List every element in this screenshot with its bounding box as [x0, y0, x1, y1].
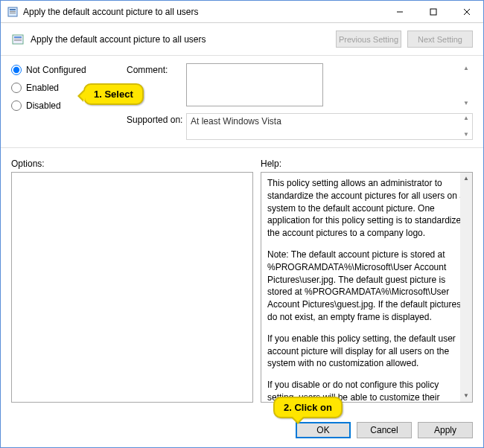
- nav-buttons: Previous Setting Next Setting: [336, 31, 473, 48]
- scroll-down-icon: ▼: [461, 100, 471, 107]
- ok-button[interactable]: OK: [296, 422, 351, 438]
- comment-row: Comment: ▲ ▼: [127, 63, 473, 109]
- close-icon: [463, 8, 471, 16]
- window-title: Apply the default account picture to all…: [23, 7, 383, 17]
- help-panel: This policy setting allows an administra…: [261, 172, 473, 403]
- supported-value: At least Windows Vista: [186, 113, 473, 140]
- svg-rect-3: [10, 13, 16, 13]
- scroll-up-icon[interactable]: ▲: [460, 173, 472, 185]
- next-setting-button[interactable]: Next Setting: [407, 31, 473, 48]
- scroll-down-icon[interactable]: ▼: [460, 390, 472, 402]
- divider: [1, 55, 483, 56]
- policy-dialog-window: Apply the default account picture to all…: [0, 0, 484, 448]
- dialog-footer: OK Cancel Apply: [1, 415, 483, 447]
- right-fields: Comment: ▲ ▼ Supported on: At least Wind…: [127, 63, 473, 144]
- panel-labels: Options: Help:: [1, 151, 483, 172]
- svg-rect-5: [430, 9, 436, 15]
- callout-select: 1. Select: [83, 83, 144, 105]
- options-panel: [11, 172, 253, 403]
- radio-not-configured[interactable]: Not Configured: [11, 65, 127, 75]
- svg-rect-1: [10, 9, 16, 10]
- radio-not-configured-input[interactable]: [11, 65, 22, 75]
- header-row: Apply the default account picture to all…: [1, 23, 483, 52]
- svg-rect-10: [14, 39, 22, 39]
- policy-icon: [11, 33, 25, 46]
- comment-input[interactable]: [186, 63, 323, 106]
- help-paragraph: Note: The default account picture is sto…: [267, 249, 466, 324]
- svg-rect-2: [10, 11, 16, 12]
- maximize-button[interactable]: [416, 1, 450, 22]
- help-label: Help:: [261, 159, 473, 169]
- scroll-up-icon: ▲: [461, 65, 471, 72]
- window-controls: [383, 1, 483, 22]
- svg-rect-9: [14, 36, 22, 38]
- svg-rect-11: [14, 40, 22, 41]
- options-label: Options:: [11, 159, 261, 169]
- radio-enabled-label: Enabled: [26, 83, 59, 93]
- previous-setting-button[interactable]: Previous Setting: [336, 31, 401, 48]
- help-scrollbar[interactable]: ▲ ▼: [460, 173, 472, 402]
- radio-disabled-input[interactable]: [11, 100, 22, 111]
- help-paragraph: This policy setting allows an administra…: [267, 177, 466, 240]
- comment-scrollbar: ▲ ▼: [461, 65, 471, 107]
- scroll-track[interactable]: [460, 185, 472, 390]
- apply-button[interactable]: Apply: [418, 422, 473, 438]
- cancel-button[interactable]: Cancel: [357, 422, 412, 438]
- supported-label: Supported on:: [127, 113, 186, 140]
- close-button[interactable]: [450, 1, 483, 22]
- titlebar: Apply the default account picture to all…: [1, 1, 483, 23]
- panels-row: This policy setting allows an administra…: [1, 172, 483, 415]
- policy-title: Apply the default account picture to all…: [31, 34, 336, 45]
- divider: [1, 147, 483, 148]
- maximize-icon: [430, 8, 437, 16]
- radio-disabled-label: Disabled: [26, 100, 61, 111]
- supported-row: Supported on: At least Windows Vista ▲ ▼: [127, 113, 473, 140]
- minimize-button[interactable]: [383, 1, 416, 22]
- minimize-icon: [396, 8, 404, 16]
- callout-click-on: 2. Click on: [273, 397, 343, 418]
- help-paragraph: If you enable this policy setting, the d…: [267, 333, 466, 370]
- radio-enabled-input[interactable]: [11, 83, 22, 93]
- app-icon: [7, 6, 19, 18]
- radio-not-configured-label: Not Configured: [26, 65, 86, 75]
